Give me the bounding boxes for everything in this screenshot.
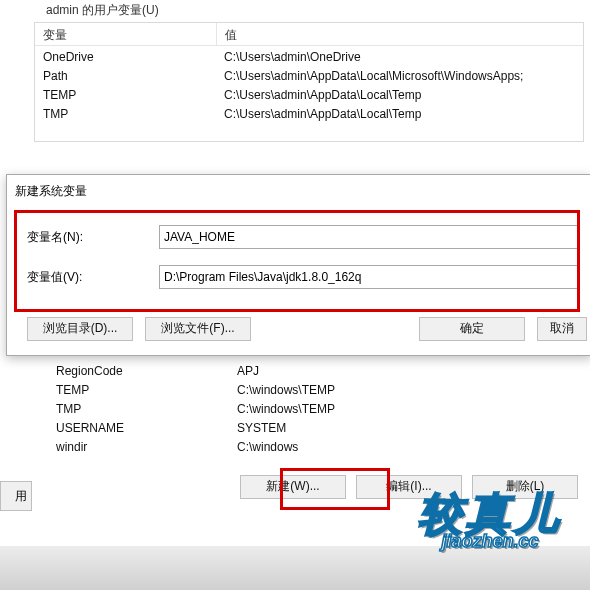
logo-cn: 较真儿	[394, 492, 586, 536]
cell-value: C:\Users\admin\AppData\Local\Temp	[216, 86, 583, 105]
var-name-input[interactable]	[159, 225, 579, 249]
cell-value: C:\windows	[229, 438, 568, 457]
user-vars-title: admin 的用户变量(U)	[42, 2, 163, 19]
cell-value: C:\Users\admin\AppData\Local\Temp	[216, 105, 583, 124]
cell-name: windir	[48, 438, 229, 457]
cell-value: C:\Users\admin\OneDrive	[216, 48, 583, 67]
var-value-input[interactable]	[159, 265, 579, 289]
cell-value: C:\windows\TEMP	[229, 381, 568, 400]
col-name-header: 变量	[35, 23, 217, 45]
cell-name: TMP	[48, 400, 229, 419]
watermark-logo: 较真儿 jiaozhen.cc	[394, 492, 586, 576]
cell-value: C:\Users\admin\AppData\Local\Microsoft\W…	[216, 67, 583, 86]
table-row[interactable]: USERNAMESYSTEM	[48, 419, 568, 438]
var-value-label: 变量值(V):	[7, 269, 159, 286]
user-vars-body: OneDriveC:\Users\admin\OneDrivePathC:\Us…	[35, 46, 583, 124]
table-row[interactable]: windirC:\windows	[48, 438, 568, 457]
cell-name: TMP	[35, 105, 216, 124]
cancel-button[interactable]: 取消	[537, 317, 587, 341]
table-row[interactable]: TEMPC:\windows\TEMP	[48, 381, 568, 400]
new-system-variable-dialog: 新建系统变量 变量名(N): 变量值(V): 浏览目录(D)... 浏览文件(F…	[6, 174, 590, 356]
cell-value: APJ	[229, 362, 568, 381]
table-row[interactable]: PathC:\Users\admin\AppData\Local\Microso…	[35, 67, 583, 86]
user-vars-grid: 变量 值 OneDriveC:\Users\admin\OneDrivePath…	[34, 22, 584, 142]
new-button[interactable]: 新建(W)...	[240, 475, 346, 499]
ok-button[interactable]: 确定	[419, 317, 525, 341]
cell-name: TEMP	[48, 381, 229, 400]
table-row[interactable]: RegionCodeAPJ	[48, 362, 568, 381]
table-row[interactable]: TEMPC:\Users\admin\AppData\Local\Temp	[35, 86, 583, 105]
dialog-title: 新建系统变量	[15, 183, 87, 200]
table-row[interactable]: TMPC:\windows\TEMP	[48, 400, 568, 419]
table-row[interactable]: TMPC:\Users\admin\AppData\Local\Temp	[35, 105, 583, 124]
table-row[interactable]: OneDriveC:\Users\admin\OneDrive	[35, 48, 583, 67]
browse-file-button[interactable]: 浏览文件(F)...	[145, 317, 251, 341]
col-value-header: 值	[217, 23, 583, 45]
cell-name: RegionCode	[48, 362, 229, 381]
cell-value: SYSTEM	[229, 419, 568, 438]
cell-name: USERNAME	[48, 419, 229, 438]
cell-name: TEMP	[35, 86, 216, 105]
apply-button-fragment[interactable]: 用	[0, 481, 32, 511]
cell-name: Path	[35, 67, 216, 86]
system-vars-body: RegionCodeAPJTEMPC:\windows\TEMPTMPC:\wi…	[48, 362, 568, 457]
grid-header: 变量 值	[35, 23, 583, 46]
cell-value: C:\windows\TEMP	[229, 400, 568, 419]
browse-dir-button[interactable]: 浏览目录(D)...	[27, 317, 133, 341]
cell-name: OneDrive	[35, 48, 216, 67]
var-name-label: 变量名(N):	[7, 229, 159, 246]
